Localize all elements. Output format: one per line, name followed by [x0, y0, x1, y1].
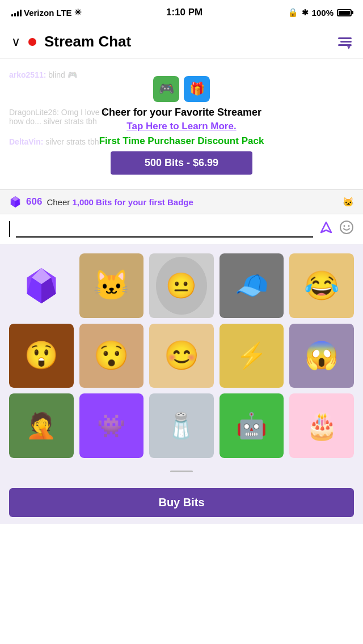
bits-text: Cheer 1,000 Bits for your first Badge: [47, 197, 338, 207]
status-left: Verizon LTE ✳: [11, 7, 82, 18]
emote-gray-face[interactable]: 😐: [149, 253, 214, 318]
emote-afro[interactable]: 😲: [9, 324, 74, 388]
lock-icon: 🔒: [288, 7, 298, 18]
page-title: Stream Chat: [44, 33, 131, 50]
bits-count: 606: [26, 196, 42, 207]
promo-discount: First Time Purchaser Discount Pack: [11, 135, 352, 147]
promo-link[interactable]: Tap Here to Learn More.: [11, 121, 352, 132]
text-cursor: [9, 221, 10, 237]
emote-robot[interactable]: 🤖: [220, 393, 284, 458]
svg-point-4: [340, 221, 353, 234]
smiley-icon: [339, 220, 354, 235]
emote-laugh[interactable]: 😂: [289, 253, 354, 318]
emote-scared[interactable]: 😱: [289, 324, 354, 388]
chat-input[interactable]: [16, 221, 313, 238]
emote-open-mouth[interactable]: 😯: [79, 324, 144, 388]
gem-svg-icon: [22, 266, 61, 305]
emote-cake[interactable]: 🎂: [289, 393, 354, 458]
navigation-icon: [319, 220, 334, 235]
bluetooth-icon: ✱: [302, 8, 309, 17]
buy-bits-row: Buy Bits: [0, 481, 363, 524]
menu-button[interactable]: [338, 37, 352, 46]
emote-smile[interactable]: 😊: [149, 324, 214, 388]
emote-bits-gem[interactable]: [9, 253, 74, 318]
emote-angry-cat[interactable]: 🐱: [79, 253, 144, 318]
emote-facepalm[interactable]: 🤦: [9, 393, 74, 458]
bits-bar: 606 Cheer 1,000 Bits for your first Badg…: [0, 189, 363, 214]
svg-point-5: [344, 225, 345, 227]
separator: [9, 467, 354, 472]
battery-label: 100%: [312, 8, 334, 18]
emote-flash[interactable]: ⚡: [220, 324, 284, 388]
bits-gem-icon: [9, 196, 22, 208]
promo-icon-green: 🎮: [153, 76, 179, 102]
svg-point-6: [348, 225, 350, 227]
badge-icon: 🐱: [343, 197, 354, 207]
time-label: 1:10 PM: [166, 7, 202, 18]
hamburger-icon: [338, 37, 352, 46]
separator-line: [170, 471, 193, 472]
emote-dark-beanie[interactable]: 🧢: [220, 253, 284, 318]
loading-icon: ✳: [74, 7, 82, 18]
promo-icon-blue: 🎁: [184, 76, 210, 102]
promo-card[interactable]: 🎮 🎁 Cheer for your Favorite Streamer Tap…: [0, 65, 363, 184]
emotes-grid: 🐱 😐 🧢 😂 😲 😯 😊 ⚡ 😱: [9, 253, 354, 458]
bits-amount: 1,000 Bits: [72, 197, 112, 207]
status-bar: Verizon LTE ✳ 1:10 PM 🔒 ✱ 100%: [0, 0, 363, 25]
header: ∨ Stream Chat: [0, 25, 363, 59]
carrier-label: Verizon: [24, 8, 54, 18]
emotes-area: 🐱 😐 🧢 😂 😲 😯 😊 ⚡ 😱: [0, 244, 363, 481]
promo-title: Cheer for your Favorite Streamer: [11, 107, 352, 118]
battery-icon: [337, 9, 352, 16]
header-left: ∨ Stream Chat: [11, 33, 131, 50]
emote-salt[interactable]: 🧂: [149, 393, 214, 458]
network-label: LTE: [56, 8, 71, 18]
promo-buy-button[interactable]: 500 Bits - $6.99: [111, 151, 252, 175]
input-row: [0, 214, 363, 244]
chevron-down-icon[interactable]: ∨: [11, 35, 20, 49]
send-button[interactable]: [319, 220, 334, 238]
bits-suffix: for your first Badge: [112, 197, 193, 207]
status-right: 🔒 ✱ 100%: [288, 7, 352, 18]
buy-bits-button[interactable]: Buy Bits: [9, 488, 354, 517]
promo-icons: 🎮 🎁: [11, 76, 352, 102]
chat-area: arko2511: blind 🎮 DragonLite26: Omg I lo…: [0, 65, 363, 184]
live-indicator: [28, 38, 36, 46]
emote-pixel-char[interactable]: 👾: [79, 393, 144, 458]
emoji-button[interactable]: [339, 220, 354, 238]
signal-icon: [11, 9, 22, 16]
